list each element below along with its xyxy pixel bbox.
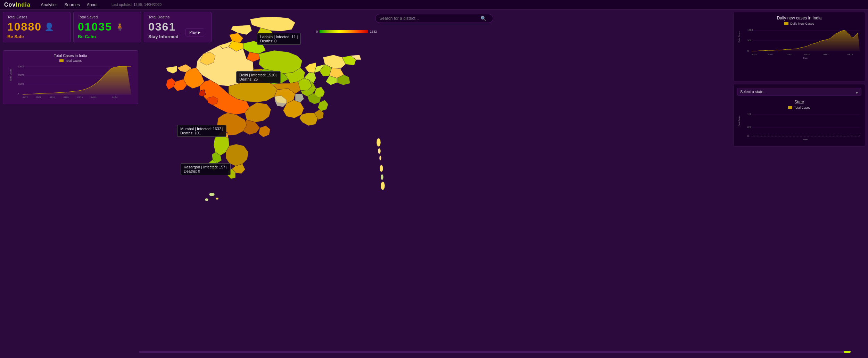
- saved-icon: 🧍: [115, 23, 124, 32]
- cases-chart-title: Total Cases in India: [6, 53, 135, 58]
- state-chart-legend: Total Cases: [737, 106, 861, 109]
- svg-point-26: [216, 198, 218, 200]
- cases-icon: 👤: [44, 23, 54, 32]
- state-select[interactable]: Select a state... Maharashtra Delhi Tami…: [737, 88, 861, 95]
- total-cases-value-row: 10880 👤: [7, 20, 66, 33]
- state-chart-svg: 1.0 0.5 0 Date Total Cases: [737, 111, 861, 142]
- svg-text:02/10: 02/10: [768, 53, 774, 56]
- cases-legend-label: Total Cases: [65, 59, 82, 63]
- india-map-svg[interactable]: [142, 10, 410, 253]
- svg-text:0: 0: [747, 135, 749, 137]
- svg-text:03/01: 03/01: [787, 53, 793, 56]
- svg-text:Daily Cases: Daily Cases: [738, 31, 740, 42]
- svg-text:0.5: 0.5: [747, 126, 751, 128]
- svg-text:03/15: 03/15: [77, 96, 83, 98]
- daily-chart-panel: Daily new cases in India Daily New Cases…: [733, 12, 865, 81]
- daily-cases-chart-svg: 1000 500 0 01/22 02/10 03/01 03/15 04/01…: [737, 27, 861, 75]
- cases-chart-legend: Total Cases: [6, 59, 135, 63]
- svg-point-24: [209, 193, 215, 196]
- total-cases-title: Total Cases: [7, 15, 66, 19]
- navbar: CovIndia Analytics Sources About Last up…: [0, 0, 868, 10]
- svg-point-20: [379, 156, 381, 160]
- svg-text:10000: 10000: [18, 74, 25, 76]
- svg-text:04/14: 04/14: [112, 96, 118, 98]
- daily-legend-box: [784, 22, 788, 25]
- bottom-scrollbar[interactable]: [139, 351, 851, 353]
- daily-chart-title: Daily new cases in India: [737, 16, 861, 20]
- scrollbar-thumb[interactable]: [844, 351, 851, 353]
- svg-text:500: 500: [747, 39, 752, 42]
- svg-text:03/01: 03/01: [64, 96, 69, 98]
- total-cases-card: Total Cases 10880 👤 Be Safe: [3, 12, 71, 42]
- svg-point-19: [378, 148, 381, 154]
- state-select-wrapper[interactable]: Select a state... Maharashtra Delhi Tami…: [737, 88, 861, 98]
- svg-text:01/22: 01/22: [752, 53, 757, 56]
- cases-chart-svg: 15000 10000 .5000 0 01/22 02/01 02/15 03…: [6, 64, 135, 99]
- svg-text:0: 0: [18, 93, 19, 95]
- nav-links: Analytics Sources About: [41, 2, 98, 7]
- brand-prefix: Cov: [4, 2, 16, 8]
- total-saved-value: 01035: [78, 20, 112, 33]
- saved-slogan: Be Calm: [78, 34, 137, 39]
- svg-point-21: [380, 165, 383, 172]
- svg-point-23: [381, 182, 385, 190]
- daily-legend: Daily New Cases: [737, 22, 861, 25]
- nav-sources[interactable]: Sources: [65, 2, 80, 7]
- cases-chart-panel: Total Cases in India Total Cases 15000 1…: [3, 50, 138, 104]
- svg-point-25: [205, 198, 208, 201]
- svg-text:04/01: 04/01: [91, 96, 97, 98]
- svg-text:Date: Date: [803, 139, 808, 141]
- svg-text:01/22: 01/22: [23, 96, 28, 98]
- svg-text:1.0: 1.0: [747, 113, 751, 115]
- svg-rect-17: [142, 10, 410, 253]
- total-saved-value-row: 01035 🧍: [78, 20, 137, 33]
- svg-text:02/15: 02/15: [50, 96, 55, 98]
- svg-text:.5000: .5000: [18, 83, 24, 85]
- total-cases-value: 10880: [7, 20, 42, 33]
- map-container[interactable]: Ladakh | Infected: 11 | Deaths: 0 Delhi …: [142, 10, 410, 253]
- cases-legend-box: [59, 59, 64, 62]
- total-saved-title: Total Saved: [78, 15, 137, 19]
- svg-text:Total Cases: Total Cases: [738, 116, 740, 126]
- nav-analytics[interactable]: Analytics: [41, 2, 58, 7]
- cases-chart-area: 15000 10000 .5000 0 01/22 02/01 02/15 03…: [6, 64, 135, 99]
- state-chart-title: State: [737, 100, 861, 105]
- right-panel: Daily new cases in India Daily New Cases…: [733, 12, 865, 147]
- cases-slogan: Be Safe: [7, 34, 66, 39]
- svg-text:02/01: 02/01: [36, 96, 41, 98]
- svg-text:Total Cases: Total Cases: [9, 68, 12, 81]
- svg-point-18: [377, 138, 381, 147]
- svg-text:1000: 1000: [747, 29, 753, 31]
- svg-point-22: [381, 174, 383, 180]
- search-icon: 🔍: [480, 16, 486, 21]
- total-saved-card: Total Saved 01035 🧍 Be Calm: [73, 12, 141, 42]
- svg-text:15000: 15000: [18, 65, 25, 68]
- svg-text:04/01: 04/01: [824, 53, 829, 56]
- state-legend-box: [788, 106, 792, 109]
- brand-suffix: India: [16, 2, 30, 8]
- state-legend-label: Total Cases: [794, 106, 810, 109]
- state-chart-panel: Select a state... Maharashtra Delhi Tami…: [733, 84, 865, 147]
- svg-text:Date: Date: [803, 57, 808, 59]
- nav-about[interactable]: About: [87, 2, 98, 7]
- brand-logo: CovIndia: [4, 2, 31, 8]
- svg-text:0: 0: [747, 50, 749, 52]
- svg-text:03/15: 03/15: [804, 53, 810, 56]
- daily-legend-label: Daily New Cases: [790, 22, 814, 25]
- svg-text:04/14: 04/14: [848, 53, 853, 56]
- last-updated: Last updated: 12:55, 14/04/2020: [111, 3, 162, 7]
